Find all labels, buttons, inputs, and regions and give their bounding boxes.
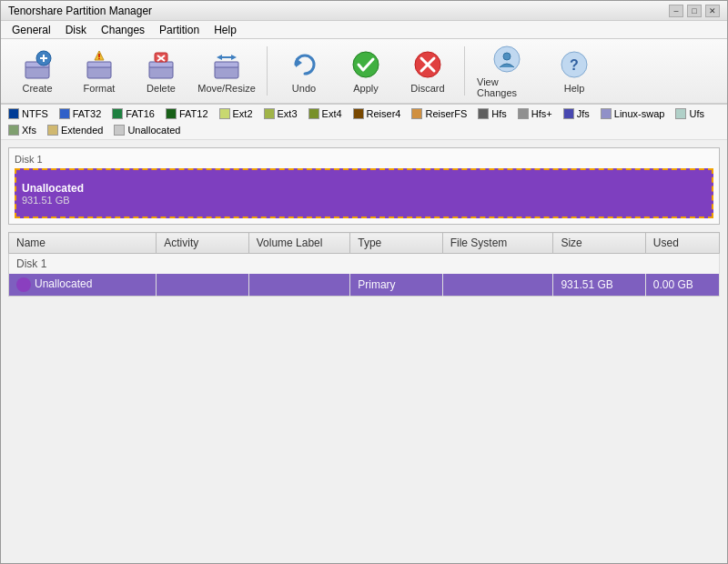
- partition-volume-cell: [248, 274, 350, 297]
- move-resize-label: Move/Resize: [197, 83, 256, 94]
- view-changes-icon: [490, 44, 523, 75]
- col-header-fs: File System: [442, 233, 553, 254]
- legend-color-ext4: [308, 108, 319, 119]
- svg-rect-11: [149, 62, 173, 67]
- legend-label: Ext4: [322, 108, 342, 119]
- menu-disk[interactable]: Disk: [58, 22, 94, 38]
- unallocated-icon: [16, 277, 31, 292]
- help-label: Help: [564, 83, 585, 94]
- partition-used-cell: 0.00 GB: [645, 274, 719, 297]
- minimize-button[interactable]: –: [669, 5, 683, 17]
- legend-label: Unallocated: [127, 125, 180, 136]
- apply-button[interactable]: Apply: [337, 43, 395, 99]
- legend-color-unallocated: [114, 125, 125, 136]
- legend-color-xfs: [8, 125, 19, 136]
- apply-icon: [349, 48, 382, 81]
- discard-button[interactable]: Discard: [399, 43, 457, 99]
- legend-color-extended: [47, 125, 58, 136]
- view-changes-button[interactable]: View Changes: [472, 43, 541, 99]
- partition-activity-cell: [157, 274, 248, 297]
- legend-item-ufs: Ufs: [675, 108, 704, 119]
- legend-color-jfs: [563, 108, 574, 119]
- legend-color-hfs+: [518, 108, 529, 119]
- legend-item-ext3: Ext3: [264, 108, 298, 119]
- legend-item-hfs+: Hfs+: [518, 108, 552, 119]
- help-icon: ?: [558, 48, 591, 81]
- undo-button[interactable]: Undo: [275, 43, 333, 99]
- view-changes-label: View Changes: [477, 76, 537, 98]
- legend-item-fat32: FAT32: [59, 108, 102, 119]
- legend-color-ext3: [264, 108, 275, 119]
- close-button[interactable]: ✕: [705, 5, 720, 17]
- legend-label: Linux-swap: [614, 108, 665, 119]
- toolbar-separator-2: [464, 46, 465, 96]
- apply-label: Apply: [353, 83, 379, 94]
- menu-bar: General Disk Changes Partition Help: [1, 21, 727, 39]
- title-bar: Tenorshare Partition Manager – □ ✕: [1, 1, 727, 21]
- legend-item-ext4: Ext4: [308, 108, 342, 119]
- delete-button[interactable]: Delete: [132, 43, 190, 99]
- undo-icon: [288, 48, 320, 81]
- discard-icon: [411, 48, 444, 81]
- legend-label: Xfs: [22, 125, 36, 136]
- legend-label: Hfs: [491, 108, 507, 119]
- legend-item-linux-swap: Linux-swap: [601, 108, 665, 119]
- legend-item-fat16: FAT16: [112, 108, 155, 119]
- legend-item-reiser4: Reiser4: [353, 108, 401, 119]
- delete-icon: [145, 48, 177, 81]
- move-resize-icon: [210, 48, 243, 81]
- svg-point-9: [98, 58, 100, 60]
- discard-label: Discard: [410, 83, 444, 94]
- legend-color-linux-swap: [601, 108, 612, 119]
- col-header-name: Name: [9, 233, 157, 254]
- toolbar-separator-1: [267, 46, 268, 96]
- partition-name-cell: Unallocated: [9, 274, 157, 297]
- delete-label: Delete: [147, 83, 176, 94]
- legend-item-unallocated: Unallocated: [114, 125, 180, 136]
- create-button[interactable]: Create: [8, 43, 66, 99]
- legend-color-ntfs: [8, 108, 19, 119]
- disk-row-name: Disk 1: [9, 254, 720, 275]
- undo-label: Undo: [292, 83, 316, 94]
- menu-help[interactable]: Help: [207, 22, 244, 38]
- create-label: Create: [22, 83, 52, 94]
- table-row-disk-header: Disk 1: [9, 254, 720, 275]
- legend-label: Extended: [61, 125, 103, 136]
- legend-item-jfs: Jfs: [563, 108, 590, 119]
- format-button[interactable]: Format: [70, 43, 128, 99]
- legend-label: Ext3: [278, 108, 298, 119]
- legend-item-ext2: Ext2: [219, 108, 253, 119]
- table-row[interactable]: UnallocatedPrimary931.51 GB0.00 GB: [9, 274, 720, 297]
- disk-visual-bar: Unallocated 931.51 GB: [15, 168, 713, 218]
- legend-label: Jfs: [577, 108, 590, 119]
- title-bar-controls: – □ ✕: [669, 5, 720, 17]
- legend-label: Reiser4: [367, 108, 401, 119]
- menu-general[interactable]: General: [5, 22, 58, 38]
- menu-partition[interactable]: Partition: [152, 22, 207, 38]
- legend-bar: NTFSFAT32FAT16FAT12Ext2Ext3Ext4Reiser4Re…: [1, 105, 727, 140]
- legend-color-fat16: [112, 108, 123, 119]
- col-header-used: Used: [645, 233, 719, 254]
- legend-label: FAT12: [179, 108, 208, 119]
- legend-label: ReiserFS: [425, 108, 467, 119]
- partition-type-cell: Primary: [350, 274, 442, 297]
- help-button[interactable]: ? Help: [545, 43, 603, 99]
- table-header-row: Name Activity Volume Label Type File Sys…: [9, 233, 720, 254]
- legend-label: Ufs: [689, 108, 704, 119]
- move-resize-button[interactable]: Move/Resize: [194, 43, 259, 99]
- col-header-activity: Activity: [157, 233, 248, 254]
- svg-marker-17: [217, 55, 222, 60]
- legend-color-ufs: [675, 108, 686, 119]
- svg-rect-6: [87, 62, 111, 67]
- legend-item-hfs: Hfs: [478, 108, 507, 119]
- legend-item-extended: Extended: [47, 125, 103, 136]
- legend-label: FAT32: [73, 108, 102, 119]
- menu-changes[interactable]: Changes: [94, 22, 152, 38]
- svg-rect-16: [215, 62, 238, 67]
- legend-color-fat32: [59, 108, 70, 119]
- unallocated-name: Unallocated: [22, 182, 84, 195]
- maximize-button[interactable]: □: [687, 5, 702, 17]
- legend-label: Ext2: [233, 108, 253, 119]
- col-header-volume: Volume Label: [248, 233, 350, 254]
- partition-fs-cell: [442, 274, 553, 297]
